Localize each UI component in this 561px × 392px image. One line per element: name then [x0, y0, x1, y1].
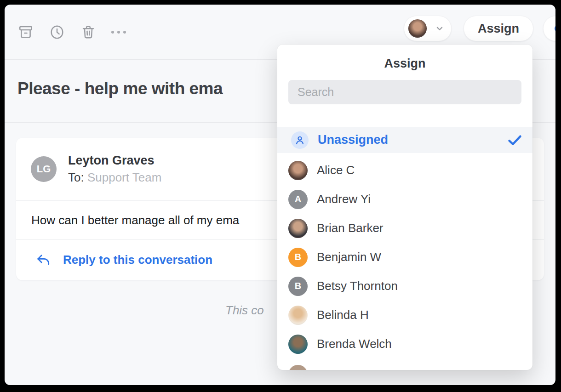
assignee-option-unassigned[interactable]: Unassigned	[277, 127, 532, 153]
conversation-note: This co	[225, 303, 264, 318]
partial-avatar	[288, 365, 308, 370]
assign-button[interactable]: Assign	[464, 16, 533, 41]
assignee-list: Unassigned Alice C A Andrew Yi Brian Bar…	[277, 127, 532, 370]
toolbar-icon-group	[17, 5, 126, 60]
member-avatar: B	[288, 248, 308, 267]
member-avatar	[288, 306, 308, 325]
sender-avatar: LG	[31, 156, 57, 182]
assignee-option[interactable]: B Betsy Thornton	[277, 272, 532, 301]
sender-name: Leyton Graves	[68, 153, 161, 168]
snooze-button[interactable]	[49, 24, 65, 40]
member-avatar: A	[288, 190, 308, 209]
partial-blue-icon	[555, 25, 555, 32]
trash-icon	[80, 24, 97, 40]
member-name: Belinda H	[317, 308, 369, 322]
recipient-name: Support Team	[87, 170, 161, 184]
assignee-option[interactable]: Brenda Welch	[277, 330, 532, 358]
member-name: Benjamin W	[317, 250, 381, 264]
next-row-partial	[277, 365, 532, 370]
chevron-down-icon	[435, 23, 445, 34]
trash-button[interactable]	[80, 24, 97, 40]
sender-meta: Leyton Graves To: Support Team	[68, 153, 161, 185]
screenshot-root: Assign Please - help me with ema LG Leyt…	[0, 0, 561, 392]
member-list: Alice C A Andrew Yi Brian Barker B Benja…	[277, 153, 532, 358]
member-name: Betsy Thornton	[317, 279, 398, 293]
snooze-icon	[49, 24, 65, 40]
dropdown-title: Assign	[277, 57, 532, 71]
conversation-subject: Please - help me with ema	[17, 79, 223, 98]
check-icon	[507, 133, 522, 147]
assignee-option[interactable]: B Benjamin W	[277, 243, 532, 272]
archive-button[interactable]	[17, 24, 34, 40]
more-button[interactable]	[111, 31, 126, 34]
archive-icon	[17, 24, 34, 40]
member-avatar: B	[288, 277, 308, 296]
member-name: Alice C	[317, 163, 355, 177]
member-avatar	[288, 219, 308, 238]
member-name: Brian Barker	[317, 221, 384, 235]
reply-link-label: Reply to this conversation	[63, 253, 212, 267]
member-avatar	[288, 335, 308, 354]
app-window: Assign Please - help me with ema LG Leyt…	[5, 5, 555, 385]
assignee-option[interactable]: Belinda H	[277, 301, 532, 330]
assignee-option[interactable]: A Andrew Yi	[277, 185, 532, 214]
recipient-line: To: Support Team	[68, 170, 161, 185]
member-name: Brenda Welch	[317, 337, 392, 351]
search-input[interactable]	[288, 80, 521, 104]
edge-partial-button[interactable]	[543, 16, 555, 41]
assignee-option[interactable]: Alice C	[277, 156, 532, 185]
more-icon	[111, 31, 126, 34]
member-avatar	[288, 161, 308, 180]
reply-icon	[36, 253, 51, 267]
assign-dropdown: Assign Unassigned Alice	[277, 45, 532, 370]
unassigned-person-icon	[291, 131, 309, 149]
to-label: To:	[68, 170, 84, 184]
current-assignee-avatar	[408, 19, 427, 38]
assignee-option[interactable]: Brian Barker	[277, 214, 532, 243]
assignee-avatar-button[interactable]	[404, 16, 452, 41]
unassigned-label: Unassigned	[318, 133, 507, 147]
member-name: Andrew Yi	[317, 192, 371, 206]
